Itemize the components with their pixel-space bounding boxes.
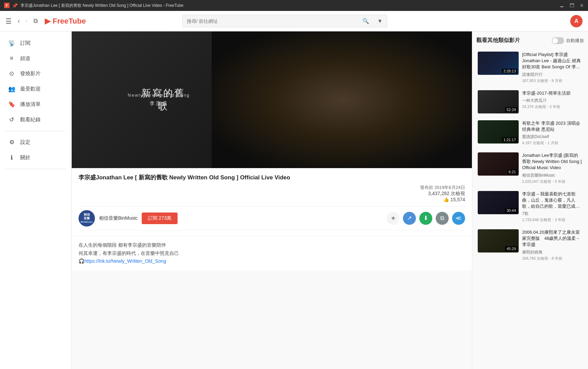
sidebar-item-playlists[interactable]: 🔖 播放清單 — [0, 97, 71, 112]
rec-meta: 187,953 次檢視・8 月前 — [522, 78, 583, 83]
rec-info: 2006.04.20康熙來了之康永當家完整版 48歲男人的溫柔－李宗盛 康熙好經… — [522, 229, 583, 261]
navigation-buttons: ‹ › — [16, 16, 29, 26]
autoplay-toggle[interactable]: 自動播放 — [552, 37, 584, 44]
rec-info: 有歌之年 李宗盛 2023 演唱会 经典串烧 悉尼站 愛誰誰DoUself 4,… — [522, 120, 583, 146]
subscribe-button[interactable]: 訂閱 273萬 — [142, 213, 178, 224]
sidebar-item-about[interactable]: ℹ 關於 — [0, 150, 71, 165]
rec-info: [Official Playlist] 李宗盛 Jonathan Lee - 越… — [522, 52, 583, 83]
video-likes: 👍 15,574 — [420, 197, 465, 202]
sidebar-item-playlists-label: 播放清單 — [20, 101, 41, 108]
video-meta: 發布於 2019年6月24日 3,437,282 次檢視 👍 15,574 — [79, 184, 465, 202]
sidebar-item-channels-label: 頻道 — [20, 55, 30, 62]
recommendations-list: 2:28:13 [Official Playlist] 李宗盛 Jonathan… — [476, 50, 584, 262]
maximize-button[interactable]: 🗖 — [570, 3, 574, 8]
rec-title: 2006.04.20康熙來了之康永當家完整版 48歲男人的溫柔－李宗盛 — [522, 229, 583, 248]
video-date: 發布於 2019年6月24日 — [420, 184, 465, 191]
minimize-button[interactable]: 🗕 — [559, 3, 564, 8]
rec-thumbnail: 30:44 — [478, 191, 519, 214]
recommendation-item[interactable]: 2:28:13 [Official Playlist] 李宗盛 Jonathan… — [476, 50, 584, 85]
sidebar-item-history-label: 觀看紀錄 — [20, 117, 41, 123]
rec-meta: 4,187 次檢視・1 月前 — [522, 140, 583, 146]
rec-info: Jonathan Lee李宗盛 [新寫的舊歌 Newly Written Old… — [522, 152, 583, 184]
autoplay-switch[interactable] — [552, 37, 564, 44]
video-title: 李宗盛Jonathan Lee [ 新寫的舊歌 Newly Written Ol… — [79, 174, 465, 182]
rec-duration: 6:21 — [507, 169, 517, 174]
search-input[interactable] — [183, 16, 358, 27]
channel-avatar-text: 相信 音樂 BinMusic — [80, 212, 94, 224]
pin-icon: 📌 — [12, 3, 18, 8]
sidebar-item-history[interactable]: ↺ 觀看紀錄 — [0, 112, 71, 127]
logo: ▶ FreeTube — [45, 17, 86, 26]
filter-button[interactable]: ▼ — [373, 15, 387, 27]
close-button[interactable]: ✕ — [580, 3, 584, 8]
toggle-knob — [552, 38, 558, 43]
rec-duration: 45:29 — [505, 246, 517, 251]
sidebar-item-trending[interactable]: ⊙ 發燒影片 — [0, 66, 71, 81]
share-button[interactable]: ↗ — [403, 212, 416, 225]
channel-avatar: 相信 音樂 BinMusic — [79, 210, 95, 227]
back-button[interactable]: ‹ — [16, 16, 22, 26]
recommendation-item[interactable]: 30:44 李宗盛 – 我最喜歡的七首歌曲，山丘，鬼迷心竅，凡人歌，給自己的歌，… — [476, 190, 584, 224]
sidebar-divider — [5, 131, 66, 131]
description-link[interactable]: 🎧https://lnk.to/Newly_Written_Old_Song — [79, 258, 166, 264]
rec-title: 李宗盛 – 我最喜歡的七首歌曲，山丘，鬼迷心竅，凡人歌，給自己的歌，當愛已成往事 — [522, 191, 583, 210]
content-area: 新寫的舊歌 Newly Written Old Song 李宗盛 李宗盛Jona… — [72, 31, 588, 369]
video-description: 在人生的每個階段 都有李宗盛的音樂陪伴 何其幸運，有李宗盛的時代，在音樂中照見自… — [72, 236, 472, 270]
rec-meta: 2,025,047 次檢視・5 年前 — [522, 179, 583, 184]
rec-thumbnail: 1:21:17 — [478, 120, 519, 144]
rec-meta: 24,374 次檢視・2 年前 — [522, 104, 583, 109]
recommendations-header: 觀看其他類似影片 自動播放 — [476, 36, 584, 45]
rec-title: 李宗盛-2017-簡單生活節 — [522, 90, 583, 96]
search-button[interactable]: 🔍 — [358, 15, 373, 27]
copy-button[interactable]: ⧉ — [33, 17, 38, 25]
more-share-button[interactable]: ≪ — [452, 212, 465, 225]
likes-icon: 👍 — [443, 197, 449, 202]
recommendation-item[interactable]: 52:29 李宗盛-2017-簡單生活節 一杯大西瓜汁 24,374 次檢視・2… — [476, 89, 584, 115]
sidebar-item-subscriptions[interactable]: 📡 訂閱 — [0, 36, 71, 51]
sidebar-item-settings[interactable]: ⚙ 設定 — [0, 135, 71, 150]
rec-title: 有歌之年 李宗盛 2023 演唱会 经典串烧 悉尼站 — [522, 120, 583, 133]
sidebar: 📡 訂閱 ≡ 頻道 ⊙ 發燒影片 👥 最受歡迎 🔖 播放清單 ↺ 觀看紀錄 ⚙ … — [0, 31, 72, 369]
titlebar: F 📌 李宗盛Jonathan Lee [ 新寫的舊歌 Newly Writte… — [0, 0, 588, 11]
rec-meta: 1,735,648 次檢視・2 年前 — [522, 217, 583, 222]
forward-button[interactable]: › — [23, 16, 29, 26]
popular-icon: 👥 — [8, 85, 15, 93]
sidebar-item-channels[interactable]: ≡ 頻道 — [0, 51, 71, 66]
rec-info: 李宗盛 – 我最喜歡的七首歌曲，山丘，鬼迷心竅，凡人歌，給自己的歌，當愛已成往事… — [522, 191, 583, 223]
sidebar-item-about-label: 關於 — [20, 154, 30, 161]
logo-text: FreeTube — [53, 17, 86, 26]
video-player[interactable]: 新寫的舊歌 Newly Written Old Song 李宗盛 — [72, 31, 472, 168]
sidebar-item-popular[interactable]: 👥 最受歡迎 — [0, 81, 71, 97]
sidebar-item-popular-label: 最受歡迎 — [20, 86, 41, 92]
video-overlay: 新寫的舊歌 Newly Written Old Song 李宗盛 — [128, 93, 190, 107]
header: ☰ ‹ › ⧉ ▶ FreeTube 🔍 ▼ A — [0, 11, 588, 31]
rec-meta: 308,795 次檢視・8 年前 — [522, 256, 583, 261]
rec-duration: 1:21:17 — [502, 137, 517, 142]
recommendation-item[interactable]: 45:29 2006.04.20康熙來了之康永當家完整版 48歲男人的溫柔－李宗… — [476, 228, 584, 262]
rec-info: 李宗盛-2017-簡單生活節 一杯大西瓜汁 24,374 次檢視・2 年前 — [522, 90, 583, 113]
rec-title: Jonathan Lee李宗盛 [新寫的舊歌 Newly Written Old… — [522, 152, 583, 171]
channel-row: 相信 音樂 BinMusic 相信音樂BinMusic 訂閱 273萬 ★ ↗ … — [79, 206, 465, 230]
rec-channel: 愛誰誰DoUself — [522, 134, 583, 140]
video-info: 李宗盛Jonathan Lee [ 新寫的舊歌 Newly Written Ol… — [72, 168, 472, 236]
video-section: 新寫的舊歌 Newly Written Old Song 李宗盛 李宗盛Jona… — [72, 31, 472, 369]
recommendation-item[interactable]: 1:21:17 有歌之年 李宗盛 2023 演唱会 经典串烧 悉尼站 愛誰誰Do… — [476, 119, 584, 147]
download-button[interactable]: ⬇ — [419, 212, 432, 225]
video-views: 3,437,282 次檢視 — [420, 191, 465, 197]
about-icon: ℹ — [8, 154, 15, 161]
menu-icon[interactable]: ☰ — [5, 17, 12, 25]
recommendation-item[interactable]: 6:21 Jonathan Lee李宗盛 [新寫的舊歌 Newly Writte… — [476, 151, 584, 186]
recommendations-title: 觀看其他類似影片 — [476, 37, 520, 44]
rec-thumbnail: 52:29 — [478, 90, 519, 113]
autoplay-label: 自動播放 — [566, 38, 584, 44]
avatar[interactable]: A — [570, 15, 583, 27]
sidebar-bottom-divider — [5, 169, 66, 169]
copy-link-button[interactable]: ⧉ — [436, 212, 449, 225]
video-cn-title: 新寫的舊歌 — [137, 87, 190, 113]
bookmark-button[interactable]: ★ — [387, 212, 400, 225]
rec-title: [Official Playlist] 李宗盛 Jonathan Lee - 越… — [522, 52, 583, 70]
rec-channel: 相信音樂BinMusic — [522, 173, 583, 178]
channels-icon: ≡ — [8, 55, 15, 62]
window-controls[interactable]: 🗕 🗖 ✕ — [559, 3, 584, 8]
sidebar-item-subscriptions-label: 訂閱 — [20, 40, 30, 46]
